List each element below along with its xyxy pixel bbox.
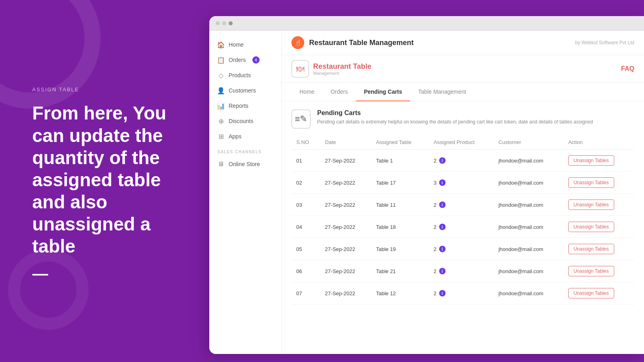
cell-product: 2 i bbox=[429, 282, 493, 304]
cell-customer: jhondoe@mail.com bbox=[493, 238, 563, 260]
sub-subtitle: Management bbox=[313, 71, 372, 76]
cell-sno: 05 bbox=[291, 238, 320, 260]
sidebar-item-reports[interactable]: 📊 Reports bbox=[209, 98, 281, 113]
sub-header: 🍽 Restaurant Table Management FAQ bbox=[282, 55, 644, 83]
sub-title-group: Restaurant Table Management bbox=[313, 62, 372, 76]
reports-icon: 📊 bbox=[217, 102, 225, 109]
cell-sno: 07 bbox=[291, 282, 320, 304]
cell-customer: jhondoe@mail.com bbox=[493, 216, 563, 238]
cell-table: Table 21 bbox=[371, 260, 429, 282]
cell-table: Table 11 bbox=[371, 194, 429, 216]
info-icon[interactable]: i bbox=[439, 157, 446, 164]
orders-icon: 📋 bbox=[217, 56, 225, 64]
unassign-button[interactable]: Unassign Tables bbox=[568, 288, 614, 298]
info-icon[interactable]: i bbox=[439, 246, 446, 252]
cell-date: 27-Sep-2022 bbox=[320, 150, 371, 172]
cell-action: Unassign Tables bbox=[564, 238, 634, 260]
browser-bar bbox=[209, 16, 644, 31]
home-icon: 🏠 bbox=[217, 41, 225, 48]
sub-title: Restaurant Table bbox=[313, 62, 372, 71]
cell-product: 2 i bbox=[429, 150, 493, 172]
table-row: 04 27-Sep-2022 Table 18 2 i jhondoe@mail… bbox=[291, 216, 634, 238]
orders-badge: 4 bbox=[252, 56, 260, 64]
col-action: Action bbox=[564, 135, 634, 150]
top-header: 🍴 Restaurant Table Management by Webkul … bbox=[282, 31, 644, 55]
cell-action: Unassign Tables bbox=[564, 172, 634, 194]
cell-action: Unassign Tables bbox=[564, 194, 634, 216]
faq-button[interactable]: FAQ bbox=[621, 65, 634, 72]
table-header-row: S.NO Date Assigned Table Assigned Produc… bbox=[291, 135, 634, 150]
cell-product: 3 i bbox=[429, 172, 493, 194]
cell-sno: 01 bbox=[291, 150, 320, 172]
sidebar-item-customers[interactable]: 👤 Customers bbox=[209, 83, 281, 98]
main-heading: From here, You can update the quantity o… bbox=[32, 102, 193, 257]
unassign-button[interactable]: Unassign Tables bbox=[568, 200, 614, 210]
cell-date: 27-Sep-2022 bbox=[320, 238, 371, 260]
unassign-button[interactable]: Unassign Tables bbox=[568, 177, 614, 188]
cell-table: Table 19 bbox=[371, 238, 429, 260]
cell-product: 2 i bbox=[429, 194, 493, 216]
main-content: 🏠 Home 📋 Orders 4 ◇ Products 👤 Customers… bbox=[209, 31, 644, 354]
products-icon: ◇ bbox=[217, 72, 225, 79]
table-row: 01 27-Sep-2022 Table 1 2 i jhondoe@mail.… bbox=[291, 150, 634, 172]
section-title: Pending Carts bbox=[317, 109, 593, 117]
sidebar-item-apps[interactable]: ⊞ Apps bbox=[209, 129, 281, 144]
cell-customer: jhondoe@mail.com bbox=[493, 194, 563, 216]
sidebar-item-label-customers: Customers bbox=[229, 87, 256, 94]
apps-icon: ⊞ bbox=[217, 133, 225, 140]
sidebar-item-label-home: Home bbox=[229, 41, 244, 48]
tab-table-management[interactable]: Table Management bbox=[410, 83, 474, 101]
sidebar-item-label-reports: Reports bbox=[229, 103, 248, 109]
col-sno: S.NO bbox=[291, 135, 320, 150]
online-store-icon: 🖥 bbox=[217, 160, 225, 168]
section-text: Pending Carts Pending cart details is ex… bbox=[317, 109, 593, 125]
info-icon[interactable]: i bbox=[439, 202, 446, 208]
cell-product: 2 i bbox=[429, 216, 493, 238]
sidebar-item-discounts[interactable]: ⊕ Discounts bbox=[209, 113, 281, 129]
section-icon: ≡✎ bbox=[291, 109, 311, 129]
cell-action: Unassign Tables bbox=[564, 150, 634, 172]
cell-sno: 03 bbox=[291, 194, 320, 216]
cell-customer: jhondoe@mail.com bbox=[493, 150, 563, 172]
unassign-button[interactable]: Unassign Tables bbox=[568, 266, 614, 276]
info-icon[interactable]: i bbox=[439, 224, 446, 230]
discounts-icon: ⊕ bbox=[217, 117, 225, 125]
tab-orders[interactable]: Orders bbox=[322, 83, 356, 101]
deco-circle2 bbox=[8, 249, 89, 330]
tab-home[interactable]: Home bbox=[291, 83, 322, 101]
cell-product: 2 i bbox=[429, 238, 493, 260]
col-assigned-table: Assigned Table bbox=[371, 135, 429, 150]
cell-product: 2 i bbox=[429, 260, 493, 282]
top-header-left: 🍴 Restaurant Table Management bbox=[291, 36, 414, 49]
cell-customer: jhondoe@mail.com bbox=[493, 260, 563, 282]
unassign-button[interactable]: Unassign Tables bbox=[568, 155, 614, 166]
header-icon: 🍴 bbox=[291, 36, 304, 49]
sub-logo-icon: 🍽 bbox=[291, 60, 309, 78]
info-icon[interactable]: i bbox=[439, 290, 446, 296]
section-desc: Pending cart details is extremely helpfu… bbox=[317, 118, 593, 125]
info-icon[interactable]: i bbox=[439, 179, 446, 186]
table-row: 02 27-Sep-2022 Table 17 3 i jhondoe@mail… bbox=[291, 172, 634, 194]
table-row: 05 27-Sep-2022 Table 19 2 i jhondoe@mail… bbox=[291, 238, 634, 260]
browser-dot-1 bbox=[216, 21, 220, 25]
cell-table: Table 18 bbox=[371, 216, 429, 238]
cell-date: 27-Sep-2022 bbox=[320, 216, 371, 238]
cell-date: 27-Sep-2022 bbox=[320, 172, 371, 194]
table-row: 06 27-Sep-2022 Table 21 2 i jhondoe@mail… bbox=[291, 260, 634, 282]
sidebar-item-orders[interactable]: 📋 Orders 4 bbox=[209, 52, 281, 68]
cell-table: Table 1 bbox=[371, 150, 429, 172]
cell-action: Unassign Tables bbox=[564, 282, 634, 304]
unassign-button[interactable]: Unassign Tables bbox=[568, 222, 614, 232]
browser-window: 🏠 Home 📋 Orders 4 ◇ Products 👤 Customers… bbox=[209, 16, 644, 354]
sidebar-item-online-store[interactable]: 🖥 Online Store bbox=[209, 156, 281, 172]
sidebar-item-products[interactable]: ◇ Products bbox=[209, 68, 281, 83]
info-icon[interactable]: i bbox=[439, 268, 446, 274]
sidebar-item-home[interactable]: 🏠 Home bbox=[209, 37, 281, 52]
left-panel: ASSIGN TABLE From here, You can update t… bbox=[0, 0, 225, 362]
cell-date: 27-Sep-2022 bbox=[320, 282, 371, 304]
tab-pending-carts[interactable]: Pending Carts bbox=[356, 83, 410, 101]
header-by: by Webkul Software Pvt Ltd bbox=[575, 40, 634, 45]
nav-tabs: Home Orders Pending Carts Table Manageme… bbox=[282, 83, 644, 101]
unassign-button[interactable]: Unassign Tables bbox=[568, 244, 614, 254]
right-content: 🍴 Restaurant Table Management by Webkul … bbox=[282, 31, 644, 354]
